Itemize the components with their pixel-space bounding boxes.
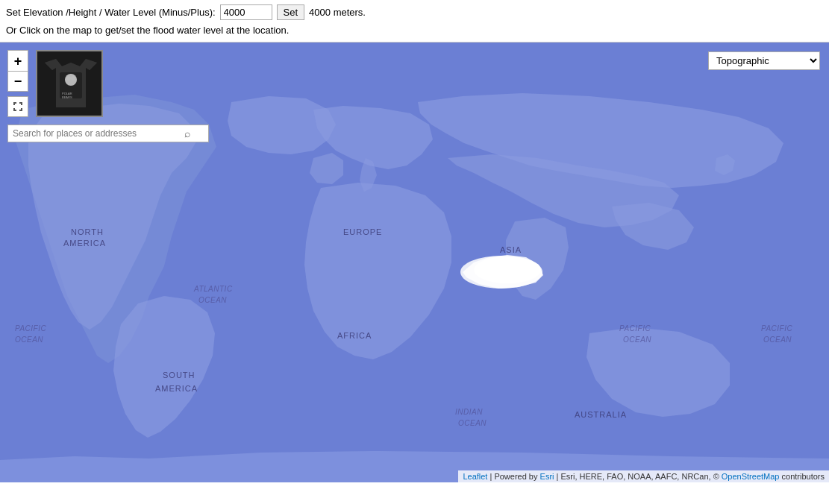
svg-point-7 [71,76,75,81]
map-controls: + − [7,50,28,117]
fullscreen-button[interactable] [7,96,28,117]
attribution-contributors: contributors [782,472,825,481]
attribution-rest: | Esri, HERE, FAO, NOAA, AAFC, NRCan, © [557,472,722,481]
mini-image-overlay: POLAR BEARS [36,50,103,117]
svg-point-5 [65,74,77,86]
attribution-osm-link[interactable]: OpenStreetMap [722,472,780,481]
svg-text:BEARS: BEARS [62,95,72,99]
zoom-out-button[interactable]: − [7,71,28,92]
layer-select[interactable]: Topographic Streets Imagery Hybrid [708,51,820,70]
attribution-bar: Leaflet | Powered by Esri | Esri, HERE, … [458,470,829,482]
elevation-input[interactable] [220,4,272,20]
elevation-label: Set Elevation /Height / Water Level (Min… [6,7,216,18]
svg-point-6 [66,76,71,81]
click-info: Or Click on the map to get/set the flood… [6,23,823,39]
top-bar: Set Elevation /Height / Water Level (Min… [0,0,829,42]
attribution-leaflet-link[interactable]: Leaflet [463,472,487,481]
elevation-result: 4000 meters. [309,7,366,18]
set-button[interactable]: Set [277,4,305,20]
search-input[interactable] [13,128,184,139]
attribution-esri-link[interactable]: Esri [540,472,554,481]
map-container[interactable]: NORTHAMERICAEUROPEASIAAFRICASOUTHAMERICA… [0,42,829,482]
zoom-in-button[interactable]: + [7,50,28,71]
attribution-powered: | Powered by [489,472,539,481]
search-icon[interactable]: ⌕ [184,127,190,139]
search-box: ⌕ [7,125,209,142]
